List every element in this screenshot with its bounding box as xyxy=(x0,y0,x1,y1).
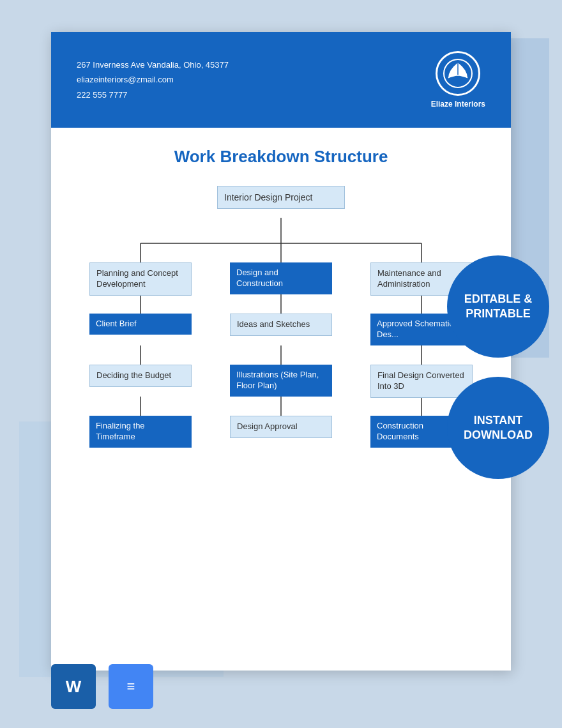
l3-client-brief: Client Brief xyxy=(89,314,192,335)
download-badge: INSTANT DOWNLOAD xyxy=(447,377,549,479)
document-body: Work Breakdown Structure xyxy=(51,128,511,543)
root-node: Interior Design Project xyxy=(217,186,345,209)
l3-illustrations: Illustrations (Site Plan, Floor Plan) xyxy=(230,365,332,397)
illustrations-box: Illustrations (Site Plan, Floor Plan) xyxy=(230,365,332,397)
logo-name: Eliaze Interiors xyxy=(431,100,485,109)
connector-lines xyxy=(77,186,485,518)
editable-badge: EDITABLE & PRINTABLE xyxy=(447,255,549,358)
logo-circle xyxy=(436,51,480,96)
logo-icon xyxy=(442,57,474,89)
contact-info: 267 Inverness Ave Vandalia, Ohio, 45377 … xyxy=(77,57,229,102)
root-box: Interior Design Project xyxy=(217,186,345,209)
l3-budget: Deciding the Budget xyxy=(89,365,192,387)
logo-area: Eliaze Interiors xyxy=(431,51,485,109)
ideas-box: Ideas and Sketches xyxy=(230,314,332,336)
address-line: 267 Inverness Ave Vandalia, Ohio, 45377 xyxy=(77,57,229,72)
word-icon[interactable]: W xyxy=(51,664,96,709)
email-line: eliazeinteriors@zmail.com xyxy=(77,72,229,87)
page-title: Work Breakdown Structure xyxy=(77,147,485,167)
document-header: 267 Inverness Ave Vandalia, Ohio, 45377 … xyxy=(51,32,511,128)
budget-box: Deciding the Budget xyxy=(89,365,192,387)
design-box: Design and Construction xyxy=(230,262,332,294)
l3-timeframe: Finalizing the Timeframe xyxy=(89,416,192,448)
l2-planning: Planning and Concept Development xyxy=(89,262,192,296)
l2-design: Design and Construction xyxy=(230,262,332,294)
l3-approval: Design Approval xyxy=(230,416,332,438)
planning-box: Planning and Concept Development xyxy=(89,262,192,296)
document-card: 267 Inverness Ave Vandalia, Ohio, 45377 … xyxy=(51,32,511,671)
docs-icon[interactable]: ≡ xyxy=(109,664,153,709)
final-design-box: Final Design Converted Into 3D xyxy=(370,365,473,398)
l3-final-design: Final Design Converted Into 3D xyxy=(370,365,473,398)
phone-line: 222 555 7777 xyxy=(77,87,229,102)
bottom-icons: W ≡ xyxy=(51,664,153,709)
approval-box: Design Approval xyxy=(230,416,332,438)
client-brief-box: Client Brief xyxy=(89,314,192,335)
l3-ideas: Ideas and Sketches xyxy=(230,314,332,336)
wbs-chart: Interior Design Project Planning and Con… xyxy=(77,186,485,518)
timeframe-box: Finalizing the Timeframe xyxy=(89,416,192,448)
